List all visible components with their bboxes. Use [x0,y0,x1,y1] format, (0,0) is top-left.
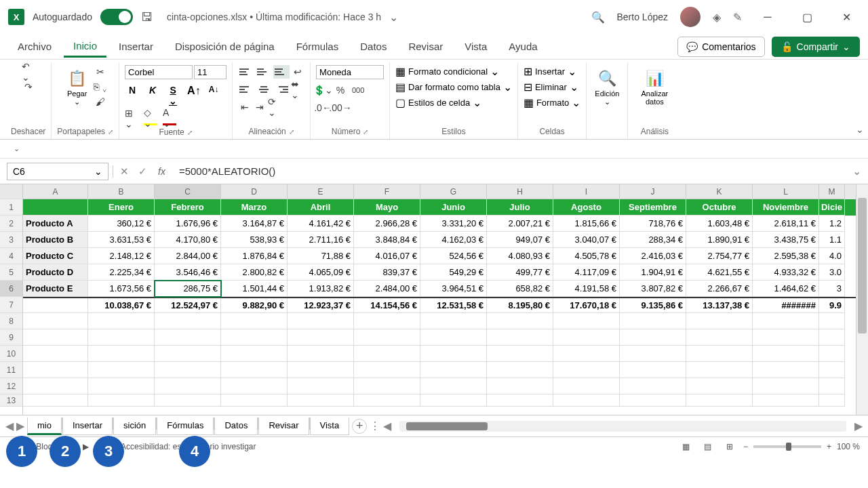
data-cell[interactable]: 2.484,00 € [354,281,420,297]
cut-icon[interactable]: ✂ [94,65,107,79]
empty-cell[interactable] [487,394,553,407]
decrease-font-icon[interactable]: A↓ [206,83,221,108]
underline-button[interactable]: S ⌄ [165,83,180,108]
col-header-H[interactable]: H [487,184,553,199]
empty-cell[interactable] [88,329,155,346]
insert-cells-button[interactable]: ⊞Insertar⌄ [524,65,576,78]
empty-cell[interactable] [819,378,845,394]
zoom-slider[interactable] [753,445,821,448]
empty-cell[interactable] [686,362,753,378]
data-cell[interactable]: 2.225,34 € [88,264,155,281]
data-cell[interactable]: 2.416,03 € [620,248,686,264]
empty-cell[interactable] [819,329,845,346]
data-cell[interactable]: 71,88 € [288,248,354,264]
fx-icon[interactable]: fx [154,166,170,177]
row-header-7[interactable]: 7 [0,297,22,313]
zoom-out-icon[interactable]: − [743,442,748,451]
paste-button[interactable]: 📋 Pegar ⌄ [64,65,91,109]
data-cell[interactable]: 3.848,84 € [354,232,420,248]
header-cell[interactable]: Junio [420,199,487,216]
hscroll-right-icon[interactable]: ▶ [854,420,863,432]
borders-icon[interactable]: ⊞ ⌄ [125,112,138,125]
empty-cell[interactable] [354,329,420,346]
data-cell[interactable]: 4.065,09 € [288,264,354,281]
empty-cell[interactable] [221,313,288,329]
empty-cell[interactable] [221,329,288,346]
empty-cell[interactable] [288,394,354,407]
empty-cell[interactable] [553,362,620,378]
coming-soon-icon[interactable]: ✎ [733,11,742,24]
data-cell[interactable]: 1.501,44 € [221,281,288,297]
col-header-F[interactable]: F [354,184,420,199]
font-color-icon[interactable]: A ⌄ [163,112,176,125]
empty-cell[interactable] [155,313,221,329]
empty-cell[interactable] [354,362,420,378]
close-button[interactable]: ✕ [833,7,860,27]
sheet-nav[interactable]: ◀▶ [5,420,24,432]
sheet-tab[interactable]: Datos [214,418,258,435]
empty-cell[interactable] [753,362,819,378]
save-icon[interactable]: 🖫 [141,10,153,24]
sum-cell[interactable]: 9.882,90 € [221,298,288,313]
empty-cell[interactable] [155,362,221,378]
tab-archivo[interactable]: Archivo [8,37,61,56]
empty-cell[interactable] [753,346,819,362]
empty-cell[interactable] [23,346,88,362]
row-header-11[interactable]: 11 [0,362,22,378]
empty-cell[interactable] [23,378,88,394]
data-cell[interactable]: 2.966,28 € [354,216,420,232]
accept-formula-icon[interactable]: ✓ [136,165,150,178]
empty-cell[interactable] [23,329,88,346]
empty-cell[interactable] [354,346,420,362]
bold-button[interactable]: N [125,83,140,108]
page-break-view-icon[interactable]: ⊞ [722,440,738,453]
empty-cell[interactable] [487,313,553,329]
scroll-thumb[interactable] [858,198,867,333]
empty-cell[interactable] [88,394,155,407]
header-cell[interactable]: Noviembre [753,199,819,216]
empty-cell[interactable] [354,378,420,394]
row-header-8[interactable]: 8 [0,313,22,329]
align-center-icon[interactable] [256,83,272,96]
row-header-12[interactable]: 12 [0,378,22,394]
data-cell[interactable]: 1.603,48 € [686,216,753,232]
zoom-level[interactable]: 100 % [837,442,860,451]
data-cell[interactable]: 3.331,20 € [420,216,487,232]
tab-inicio[interactable]: Inicio [64,36,106,58]
empty-cell[interactable] [88,313,155,329]
sheet-tab[interactable]: Revisar [258,418,309,435]
data-cell[interactable]: 4.933,32 € [753,264,819,281]
empty-cell[interactable] [420,394,487,407]
empty-cell[interactable] [553,313,620,329]
format-painter-icon[interactable]: 🖌 [94,95,107,108]
empty-cell[interactable] [288,378,354,394]
tab-datos[interactable]: Datos [351,37,396,56]
data-cell[interactable]: 2.844,00 € [155,248,221,264]
col-header-B[interactable]: B [88,184,155,199]
format-table-button[interactable]: ▤Dar formato como tabla⌄ [395,81,512,94]
data-cell[interactable]: 288,34 € [620,232,686,248]
data-cell[interactable]: 1.815,66 € [553,216,620,232]
empty-cell[interactable] [487,329,553,346]
font-name-select[interactable] [125,65,193,79]
data-cell[interactable]: 3.631,53 € [88,232,155,248]
data-cell[interactable]: 1.913,82 € [288,281,354,297]
col-header-M[interactable]: M [819,184,845,199]
currency-icon[interactable]: 💲⌄ [316,83,330,97]
sheet-tab[interactable]: Insertar [62,418,113,435]
data-cell[interactable]: 839,37 € [354,264,420,281]
share-button[interactable]: 🔓 Compartir ⌄ [772,37,860,57]
data-cell[interactable]: 718,76 € [620,216,686,232]
empty-cell[interactable] [753,329,819,346]
row-header-13[interactable]: 13 [0,394,22,407]
data-cell[interactable]: 949,07 € [487,232,553,248]
data-cell[interactable]: 3.164,87 € [221,216,288,232]
clipboard-launcher[interactable]: ⤢ [108,128,113,136]
empty-cell[interactable] [23,394,88,407]
filename[interactable]: cinta-opciones.xlsx • Última modificació… [167,12,381,22]
data-cell[interactable]: 3.438,75 € [753,232,819,248]
empty-cell[interactable] [620,346,686,362]
sum-cell[interactable]: 14.154,56 € [354,298,420,313]
data-cell[interactable]: 549,29 € [420,264,487,281]
data-cell[interactable]: 4.080,93 € [487,248,553,264]
